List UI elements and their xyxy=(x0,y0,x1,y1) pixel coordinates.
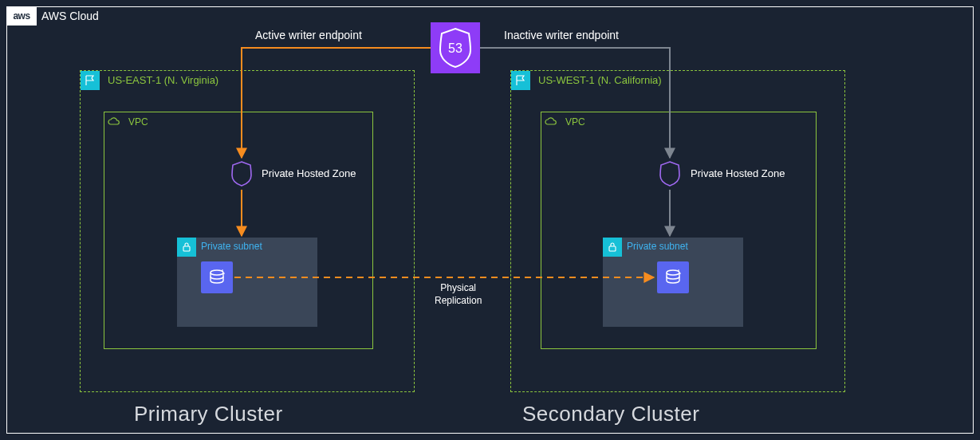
route53-shield-icon: 53 xyxy=(435,26,475,69)
secondary-cluster-label: Secondary Cluster xyxy=(522,402,699,426)
vpc-cloud-icon xyxy=(541,112,561,132)
primary-cluster-label: Primary Cluster xyxy=(134,402,283,426)
inactive-endpoint-label: Inactive writer endpoint xyxy=(504,29,619,41)
aurora-db-icon-primary xyxy=(201,261,233,293)
private-hosted-zone-icon-secondary xyxy=(657,159,683,188)
svg-rect-1 xyxy=(183,246,190,251)
aws-cloud-label: AWS Cloud xyxy=(41,10,99,22)
route53-icon: 53 xyxy=(431,22,480,73)
vpc-cloud-icon xyxy=(104,112,124,132)
svg-text:53: 53 xyxy=(448,41,462,55)
private-hosted-zone-label-secondary: Private Hosted Zone xyxy=(691,167,785,179)
aws-logo: aws xyxy=(6,6,37,26)
svg-point-4 xyxy=(667,270,679,275)
active-endpoint-label: Active writer endpoint xyxy=(255,29,362,41)
architecture-diagram: aws AWS Cloud 53 Active writer endpoint … xyxy=(0,0,980,440)
private-subnet-primary: Private subnet xyxy=(177,238,317,327)
vpc-primary-label: VPC xyxy=(128,116,148,128)
svg-rect-2 xyxy=(609,246,616,251)
region-flag-icon xyxy=(81,71,100,90)
private-subnet-primary-label: Private subnet xyxy=(201,241,262,252)
replication-label: PhysicalReplication xyxy=(435,282,482,307)
region-primary-label: US-EAST-1 (N. Virginia) xyxy=(108,74,218,86)
svg-point-3 xyxy=(211,270,223,275)
aws-logo-text: aws xyxy=(13,10,30,22)
lock-icon xyxy=(603,238,622,257)
private-subnet-secondary-label: Private subnet xyxy=(627,241,688,252)
aurora-db-icon-secondary xyxy=(657,261,689,293)
region-secondary-label: US-WEST-1 (N. California) xyxy=(538,74,662,86)
private-hosted-zone-icon-primary xyxy=(229,159,254,188)
lock-icon xyxy=(177,238,196,257)
region-flag-icon xyxy=(511,71,530,90)
private-hosted-zone-label-primary: Private Hosted Zone xyxy=(262,167,356,179)
vpc-secondary-label: VPC xyxy=(565,116,585,128)
